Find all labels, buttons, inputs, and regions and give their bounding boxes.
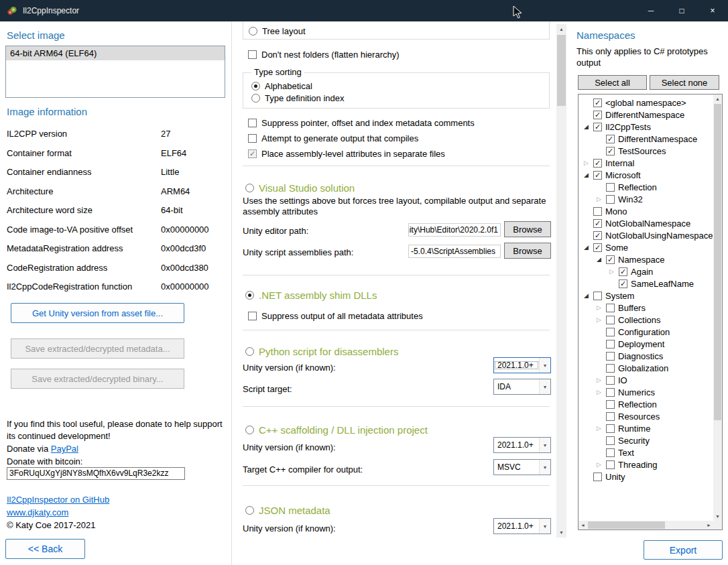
script-target-combo[interactable]: IDA ▾ [493, 379, 551, 395]
expand-icon[interactable]: ▷ [597, 316, 606, 324]
cpp-compiler-combo[interactable]: MSVC ▾ [493, 459, 551, 475]
tree-checkbox[interactable] [606, 460, 615, 469]
flatten-hierarchy-option[interactable]: Don't nest folders (flatten hierarchy) [248, 48, 400, 60]
separate-attributes-option[interactable]: ✓ Place assembly-level attributes in sep… [248, 147, 445, 160]
tree-checkbox[interactable]: ✓ [619, 267, 627, 276]
expand-icon[interactable]: ▷ [597, 388, 606, 397]
tree-checkbox[interactable] [606, 448, 615, 457]
tree-checkbox[interactable]: ✓ [593, 123, 602, 131]
close-button[interactable]: × [697, 0, 728, 21]
github-link[interactable]: Il2CppInspector on GitHub [7, 495, 109, 505]
checkbox-icon[interactable] [248, 50, 257, 59]
checkbox-icon[interactable] [248, 119, 257, 127]
expand-icon[interactable]: ▷ [597, 424, 606, 433]
tree-item[interactable]: ▷Threading [579, 458, 713, 470]
script-assemblies-path-field[interactable]: -5.0.4\ScriptAssemblies [408, 245, 501, 258]
tree-checkbox[interactable] [606, 195, 615, 204]
collapse-icon[interactable]: ◢ [597, 255, 606, 264]
collapse-icon[interactable]: ◢ [584, 171, 593, 180]
tree-checkbox[interactable] [606, 316, 615, 324]
expand-icon[interactable]: ▷ [597, 195, 606, 204]
sort-alphabetical-option[interactable]: Alphabetical [251, 80, 312, 92]
radio-icon[interactable] [251, 82, 260, 90]
cpp-scaffolding-option[interactable]: C++ scaffolding / DLL injection project [245, 423, 428, 436]
paypal-link[interactable]: PayPal [51, 444, 78, 454]
tree-item[interactable]: Configuration [579, 326, 713, 338]
select-none-button[interactable]: Select none [650, 75, 719, 90]
tree-item[interactable]: ◢System [579, 290, 713, 302]
tree-item[interactable]: ◢✓Il2CppTests [579, 121, 713, 133]
tree-checkbox[interactable] [606, 436, 615, 445]
tree-checkbox[interactable] [606, 412, 615, 421]
tree-item[interactable]: Globalization [579, 362, 713, 374]
tree-checkbox[interactable] [606, 183, 615, 192]
tree-checkbox[interactable] [606, 400, 615, 409]
tree-item[interactable]: ✓<global namespace> [579, 97, 713, 109]
collapse-icon[interactable]: ◢ [584, 292, 593, 300]
tree-item[interactable]: Deployment [579, 338, 713, 350]
select-all-button[interactable]: Select all [578, 75, 647, 90]
tree-checkbox[interactable] [593, 207, 602, 216]
tree-item[interactable]: Reflection [579, 181, 713, 193]
tree-item[interactable]: ◢✓Microsoft [579, 169, 713, 181]
tree-checkbox[interactable] [606, 388, 615, 397]
browse-editor-path-button[interactable]: Browse [504, 221, 551, 237]
collapse-icon[interactable]: ◢ [584, 123, 593, 131]
python-unity-version-combo[interactable]: 2021.1.0+ ▾ [493, 357, 551, 373]
tree-checkbox[interactable] [593, 473, 602, 481]
expand-icon[interactable]: ▷ [584, 159, 593, 168]
checkbox-icon[interactable] [248, 134, 257, 143]
image-listbox[interactable]: 64-bit ARM64 (ELF64) [5, 46, 225, 98]
radio-icon[interactable] [245, 291, 254, 300]
json-unity-version-combo[interactable]: 2021.1.0+ ▾ [493, 518, 551, 534]
website-link[interactable]: www.djkaty.com [7, 507, 68, 517]
checkbox-icon[interactable] [248, 312, 257, 320]
back-button[interactable]: << Back [5, 539, 85, 559]
unity-editor-path-field[interactable]: Files\Unity\Hub\Editor\2020.2.0f1 [408, 223, 501, 237]
shim-dlls-option[interactable]: .NET assembly shim DLLs [245, 288, 377, 302]
suppress-comments-option[interactable]: Suppress pointer, offset and index metad… [248, 117, 475, 129]
tree-checkbox[interactable] [606, 364, 615, 373]
tree-item[interactable]: ▷Runtime [579, 422, 713, 434]
tree-hscrollbar[interactable]: ◄ ► [579, 521, 713, 529]
scroll-down-icon[interactable]: ▼ [556, 527, 566, 538]
tree-checkbox[interactable]: ✓ [593, 99, 602, 107]
tree-item[interactable]: ✓TestSources [579, 145, 713, 157]
tree-item[interactable]: ◢✓Namespace [579, 253, 713, 265]
expand-icon[interactable]: ▷ [597, 460, 606, 469]
scroll-left-icon[interactable]: ◄ [579, 521, 587, 529]
radio-icon[interactable] [245, 347, 254, 356]
tree-checkbox[interactable] [606, 352, 615, 361]
radio-icon[interactable] [245, 184, 254, 192]
radio-icon[interactable] [245, 506, 254, 515]
expand-icon[interactable]: ▷ [597, 376, 606, 385]
tree-checkbox[interactable] [593, 292, 602, 300]
tree-checkbox[interactable]: ✓ [619, 279, 627, 288]
maximize-button[interactable]: □ [666, 0, 697, 21]
scroll-right-icon[interactable]: ► [705, 521, 713, 529]
tree-item[interactable]: Mono [579, 205, 713, 217]
tree-item[interactable]: ▷✓Again [579, 265, 713, 277]
tree-item[interactable]: ✓SameLeafName [579, 277, 713, 290]
tree-checkbox[interactable] [606, 304, 615, 312]
tree-checkbox[interactable]: ✓ [593, 219, 602, 228]
tree-checkbox[interactable] [606, 328, 615, 336]
expand-icon[interactable]: ▷ [609, 267, 619, 276]
tree-item[interactable]: ▷Buffers [579, 302, 713, 314]
options-scrollbar[interactable]: ▲ ▼ [556, 24, 566, 538]
tree-item[interactable]: ✓NotGlobalUsingNamespace [579, 229, 713, 241]
tree-item[interactable]: ▷✓Internal [579, 157, 713, 169]
get-unity-version-button[interactable]: Get Unity version from asset file... [11, 303, 184, 323]
scrollbar-thumb[interactable] [557, 35, 566, 106]
tree-item[interactable]: Reflection [579, 398, 713, 410]
tree-item[interactable]: Security [579, 434, 713, 446]
radio-icon[interactable] [245, 426, 254, 434]
tree-layout-option[interactable]: Tree layout [249, 25, 306, 37]
attempt-compile-option[interactable]: Attempt to generate output that compiles [248, 132, 418, 144]
scroll-up-icon[interactable]: ▲ [556, 24, 566, 34]
radio-icon[interactable] [249, 27, 257, 36]
tree-checkbox[interactable]: ✓ [593, 111, 602, 119]
tree-item[interactable]: ▷Numerics [579, 386, 713, 398]
image-list-item[interactable]: 64-bit ARM64 (ELF64) [6, 46, 225, 60]
radio-icon[interactable] [251, 94, 260, 103]
